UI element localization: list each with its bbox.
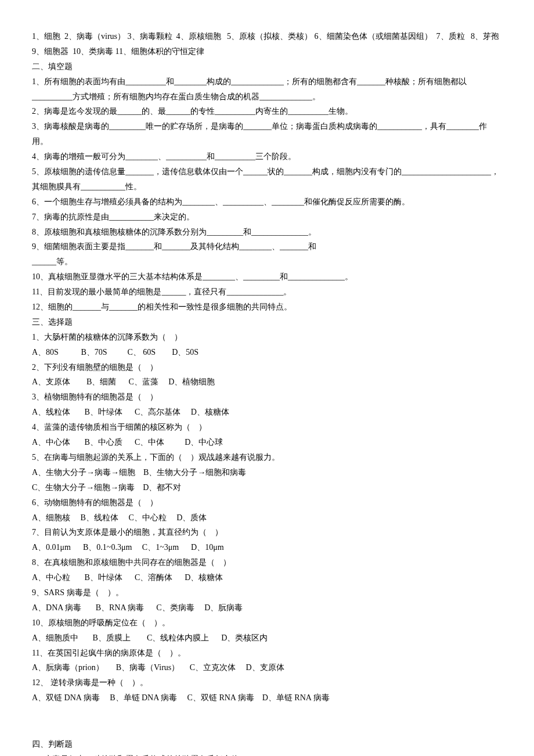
text-line-20: 3、植物细胞特有的细胞器是（ ） <box>32 390 502 405</box>
text-line-3: 2、病毒是迄今发现的最______的、最______的专性__________内… <box>32 104 502 119</box>
text-line-17: A、80S B、70S C、 60S D、50S <box>32 345 502 360</box>
text-line-9: 8、原核细胞和真核细胞核糖体的沉降系数分别为_________和________… <box>32 225 502 240</box>
text-line-10: 9、细菌细胞表面主要是指_______和_______及其特化结构_______… <box>32 239 502 254</box>
text-line-32: A、中心粒 B、叶绿体 C、溶酶体 D、核糖体 <box>32 570 502 585</box>
text-line-4: 3、病毒核酸是病毒的_________唯一的贮存场所，是病毒的_______单位… <box>32 119 502 149</box>
text-line-36: A、细胞质中 B、质膜上 C、线粒体内膜上 D、类核区内 <box>32 631 502 646</box>
text-line-23: A、中心体 B、中心质 C、中体 D、中心球 <box>32 435 502 450</box>
text-line-13: 11、目前发现的最小最简单的细胞是______，直径只有____________… <box>32 285 502 300</box>
text-line-1: 二、填空题 <box>32 59 502 74</box>
text-line-29: 7、目前认为支原体是最小的细胞，其直径约为（ ） <box>32 525 502 540</box>
text-line-22: 4、蓝藻的遗传物质相当于细菌的核区称为（ ） <box>32 420 502 435</box>
text-line-21: A、线粒体 B、叶绿体 C、高尔基体 D、核糖体 <box>32 405 502 420</box>
text-line-38: A、朊病毒（prion） B、病毒（Virus） C、立克次体 D、支原体 <box>32 660 502 675</box>
text-line-5: 4、病毒的增殖一般可分为________、__________和________… <box>32 149 502 164</box>
text-line-0: 1、细胞 2、病毒（virus） 3、病毒颗粒 4、原核细胞 5、原核（拟核、类… <box>32 29 502 59</box>
text-line-7: 6、一个细胞生存与增殖必须具备的结构为________、__________、_… <box>32 195 502 210</box>
text-line-39: 12、 逆转录病毒是一种（ ）。 <box>32 675 502 690</box>
text-line-27: 6、动物细胞特有的细胞器是（ ） <box>32 495 502 510</box>
text-line-11: ______等。 <box>32 254 502 269</box>
text-line-18: 2、下列没有细胞壁的细胞是（ ） <box>32 360 502 375</box>
text-line-40: A、双链 DNA 病毒 B、单链 DNA 病毒 C、双链 RNA 病毒 D、单链… <box>32 690 502 705</box>
text-line-25: A、生物大分子→病毒→细胞 B、生物大分子→细胞和病毒 <box>32 465 502 480</box>
text-line-24: 5、在病毒与细胞起源的关系上，下面的（ ）观战越来越有说服力。 <box>32 450 502 465</box>
text-line-16: 1、大肠杆菌的核糖体的沉降系数为（ ） <box>32 330 502 345</box>
text-line-37: 11、在英国引起疯牛病的病原体是（ ）。 <box>32 646 502 661</box>
text-line-19: A、支原体 B、细菌 C、蓝藻 D、植物细胞 <box>32 375 502 390</box>
text-line-6: 5、原核细胞的遗传信息量_______，遗传信息载体仅由一个______状的__… <box>32 164 502 195</box>
text-line-12: 10、真核细胞亚显微水平的三大基本结构体系是________、_________… <box>32 269 502 285</box>
text-line-31: 8、在真核细胞和原核细胞中共同存在的细胞器是（ ） <box>32 555 502 570</box>
text-line-2: 1、所有细胞的表面均有由__________和________构成的______… <box>32 74 502 105</box>
text-line-41 <box>32 714 502 729</box>
text-line-14: 12、细胞的_______与_______的相关性和一致性是很多细胞的共同特点。 <box>32 300 502 315</box>
text-line-30: A、0.01μm B、0.1~0.3μm C、1~3μm D、10μm <box>32 540 502 555</box>
text-line-15: 三、选择题 <box>32 315 502 330</box>
text-line-26: C、生物大分子→细胞→病毒 D、都不对 <box>32 480 502 495</box>
text-line-33: 9、SARS 病毒是（ ）。 <box>32 585 502 600</box>
text-line-43: 1、病毒是仅由一种核酸和蛋白质构成的核酸蛋白质复合体。（ ） <box>32 752 502 756</box>
text-line-28: A、细胞核 B、线粒体 C、中心粒 D、质体 <box>32 510 502 525</box>
text-line-35: 10、原核细胞的呼吸酶定位在（ ）。 <box>32 615 502 631</box>
text-line-8: 7、病毒的抗原性是由___________来决定的。 <box>32 210 502 225</box>
text-line-34: A、DNA 病毒 B、RNA 病毒 C、类病毒 D、朊病毒 <box>32 600 502 615</box>
text-line-42: 四、判断题 <box>32 737 502 752</box>
